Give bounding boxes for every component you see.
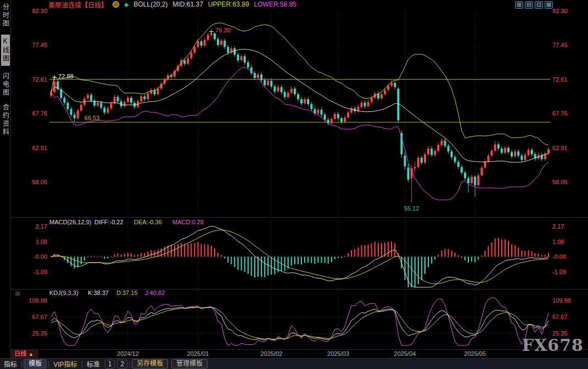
svg-text:67.76: 67.76 bbox=[552, 110, 568, 117]
svg-text:-0.00: -0.00 bbox=[552, 253, 566, 260]
boll-indicator-label: BOLL(20,2) bbox=[133, 1, 167, 8]
svg-text:2025/04: 2025/04 bbox=[394, 350, 416, 357]
multi-window-icon[interactable]: ⊠ bbox=[545, 1, 553, 9]
svg-text:MACD:0.28: MACD:0.28 bbox=[172, 219, 204, 225]
svg-text:109.98: 109.98 bbox=[552, 297, 571, 304]
svg-text:62.91: 62.91 bbox=[552, 145, 568, 151]
kdj-k-line bbox=[51, 307, 548, 340]
svg-text:67.76: 67.76 bbox=[32, 110, 47, 117]
svg-text:67.67: 67.67 bbox=[552, 314, 568, 320]
svg-text:J:40.82: J:40.82 bbox=[145, 289, 165, 296]
svg-text:72.61: 72.61 bbox=[552, 76, 568, 83]
toolbar-item-8[interactable]: 管理模板 bbox=[171, 359, 208, 368]
svg-text:K:38.37: K:38.37 bbox=[88, 289, 109, 296]
svg-text:1.08: 1.08 bbox=[552, 239, 564, 245]
sidebar-item-contract-info[interactable]: 合约资料 bbox=[2, 104, 9, 137]
svg-text:-1.09: -1.09 bbox=[33, 269, 47, 275]
svg-text:KDJ(9,3,3): KDJ(9,3,3) bbox=[49, 289, 79, 296]
svg-text:82.30: 82.30 bbox=[32, 9, 47, 14]
svg-text:2.17: 2.17 bbox=[552, 223, 564, 230]
chart-canvas[interactable]: 2024/122025/012025/022025/032025/042025/… bbox=[11, 9, 588, 358]
boll-upper-value: UPPER:63.89 bbox=[208, 1, 249, 8]
svg-text:-0.00: -0.00 bbox=[33, 253, 47, 260]
svg-text:25.35: 25.35 bbox=[32, 330, 47, 337]
svg-text:62.91: 62.91 bbox=[32, 145, 47, 151]
svg-text:DIFF:-0.22: DIFF:-0.22 bbox=[94, 219, 124, 225]
window-layout-icons: ⊞⊟⊡⊠ bbox=[515, 1, 553, 9]
sidebar-item-time-chart[interactable]: 分时图 bbox=[2, 3, 9, 28]
boll-lower-value: LOWER:58.85 bbox=[254, 1, 296, 8]
svg-text:72.88: 72.88 bbox=[58, 73, 74, 80]
toolbar-separator: | bbox=[21, 360, 23, 368]
sidebar-item-kline-chart[interactable]: K线图 bbox=[1, 35, 10, 66]
boll-upper-line bbox=[51, 23, 548, 145]
svg-text:◎: ◎ bbox=[15, 290, 20, 296]
svg-text:55.12: 55.12 bbox=[404, 205, 419, 212]
svg-text:25.35: 25.35 bbox=[552, 330, 568, 337]
svg-text:2025/02: 2025/02 bbox=[260, 350, 282, 357]
single-pane-icon[interactable]: ⊡ bbox=[535, 1, 543, 9]
boll-mid-line bbox=[51, 49, 548, 162]
svg-text:2025/03: 2025/03 bbox=[327, 350, 349, 357]
candlestick-series bbox=[50, 32, 550, 203]
boll-lower-line bbox=[51, 67, 548, 200]
svg-text:2024/12: 2024/12 bbox=[117, 350, 139, 357]
horizontal-split-icon[interactable]: ⊟ bbox=[525, 1, 533, 9]
toolbar-separator: | bbox=[128, 360, 130, 368]
svg-text:DEA:-0.36: DEA:-0.36 bbox=[134, 219, 162, 225]
toolbar-item-1[interactable]: 指标 bbox=[0, 359, 21, 368]
symbol-title: 美原油连续【日线】 bbox=[48, 0, 108, 9]
toolbar-item-7[interactable]: 另存模板 bbox=[132, 359, 168, 368]
svg-text:58.06: 58.06 bbox=[552, 179, 568, 185]
svg-text:82.30: 82.30 bbox=[552, 9, 568, 14]
toolbar-item-4[interactable]: 标准 bbox=[83, 359, 104, 368]
macd-dea-line bbox=[51, 230, 548, 284]
overlay-icon[interactable]: ◈ bbox=[124, 1, 128, 8]
toolbar-item-6[interactable]: 2 bbox=[117, 360, 127, 368]
trading-app-window: 分时图 K线图 闪电图 合约资料 美原油连续【日线】 ◈ BOLL(20,2) … bbox=[0, 0, 588, 369]
kdj-d-line bbox=[51, 308, 548, 339]
svg-text:日线: 日线 bbox=[14, 350, 26, 357]
svg-text:▲: ▲ bbox=[29, 351, 33, 357]
svg-text:D:37.15: D:37.15 bbox=[116, 289, 138, 296]
indicator-header-bar: 美原油连续【日线】 ◈ BOLL(20,2) MID:61.37 UPPER:6… bbox=[12, 0, 588, 9]
svg-text:2025/05: 2025/05 bbox=[464, 350, 486, 357]
svg-text:77.45: 77.45 bbox=[32, 42, 47, 48]
svg-text:MACD(26,12,9): MACD(26,12,9) bbox=[49, 219, 91, 225]
svg-text:77.45: 77.45 bbox=[552, 42, 568, 48]
svg-text:-1.09: -1.09 bbox=[552, 269, 566, 275]
sidebar-item-lightning-chart[interactable]: 闪电图 bbox=[2, 72, 9, 97]
svg-text:58.06: 58.06 bbox=[32, 179, 47, 185]
grid-layout-icon[interactable]: ⊞ bbox=[515, 1, 523, 9]
toolbar-item-2[interactable]: 模板 bbox=[24, 359, 47, 368]
svg-text:72.61: 72.61 bbox=[32, 76, 47, 83]
coin-icon bbox=[113, 1, 119, 8]
bottom-toolbar: 指标|模板|VIP指标|标准12|另存模板管理模板 bbox=[0, 358, 588, 369]
toolbar-item-5[interactable]: 1 bbox=[105, 360, 115, 368]
chart-type-sidebar: 分时图 K线图 闪电图 合约资料 bbox=[0, 0, 11, 358]
svg-text:2025/01: 2025/01 bbox=[187, 350, 209, 357]
svg-text:67.67: 67.67 bbox=[32, 314, 47, 320]
boll-mid-value: MID:61.37 bbox=[173, 1, 203, 8]
svg-text:79.39: 79.39 bbox=[215, 27, 231, 33]
svg-text:2.17: 2.17 bbox=[36, 223, 47, 230]
svg-text:1.08: 1.08 bbox=[36, 239, 47, 245]
toolbar-item-3[interactable]: VIP指标 bbox=[49, 359, 81, 368]
macd-histogram bbox=[51, 238, 549, 287]
svg-text:109.98: 109.98 bbox=[29, 297, 47, 304]
